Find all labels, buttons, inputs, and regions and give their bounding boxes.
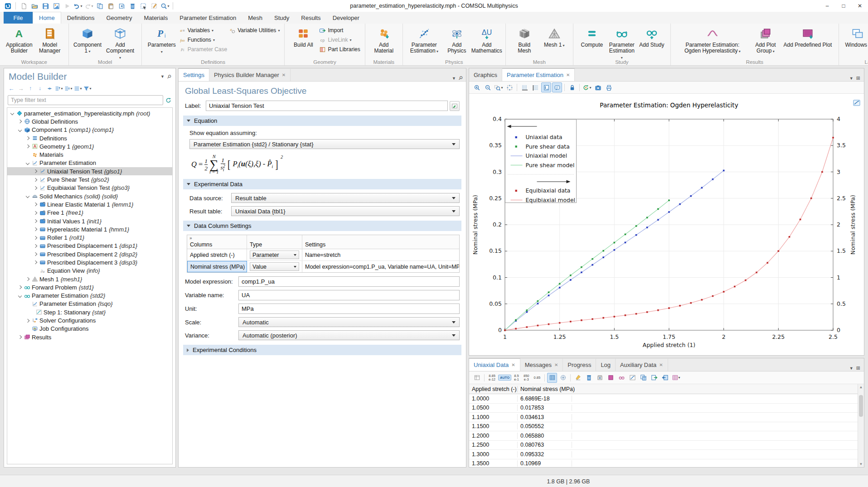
tree-node-solver-configurations[interactable]: Solver Configurations xyxy=(7,316,172,324)
tree-node-parameter-estimation[interactable]: Parameter Estimation{lsqo} xyxy=(7,300,172,308)
chevron-collapsed-icon[interactable] xyxy=(18,120,22,123)
tab-results[interactable]: Results xyxy=(295,12,326,24)
type-dropdown[interactable]: Value xyxy=(250,262,299,271)
move-down-button[interactable]: ↓ xyxy=(35,84,44,93)
minimize-button[interactable]: – xyxy=(819,0,835,12)
tree-node-step-1-stationary[interactable]: Step 1: Stationary{stat} xyxy=(7,308,172,316)
plot-properties-icon[interactable] xyxy=(853,99,860,106)
y-axis-grid-button[interactable] xyxy=(519,82,529,92)
tree-node-job-configurations[interactable]: Job Configurations xyxy=(7,325,172,333)
scientific-notation-button[interactable]: 8.5 e-1 xyxy=(512,373,521,382)
tab-parameter-estimation-plot[interactable]: Parameter Estimation✕ xyxy=(502,68,575,81)
parameters-button[interactable]: PiParameters ▾ xyxy=(146,25,178,56)
delete-button[interactable] xyxy=(127,1,137,10)
store-table-button[interactable] xyxy=(595,373,605,383)
equation-assumption-dropdown[interactable]: Parameter Estimation {std2} / Stationary… xyxy=(189,139,460,149)
filter-input[interactable] xyxy=(8,95,163,105)
tree-node-parameter-estimation[interactable]: Parameter Estimation{std2} xyxy=(7,292,172,300)
tree-node-equibiaxial-tension-test[interactable]: Equibiaxial Tension Test{glso3} xyxy=(7,184,172,192)
chevron-collapsed-icon[interactable] xyxy=(34,219,37,223)
import-table-button[interactable] xyxy=(660,373,670,383)
table-options-button[interactable]: ▾ xyxy=(671,373,681,383)
tab-log[interactable]: Log xyxy=(596,359,616,371)
full-precision-button[interactable]: 8.85 e-12 xyxy=(487,373,497,382)
tab-geometry[interactable]: Geometry xyxy=(100,12,138,24)
chevron-down-icon[interactable]: ▼ xyxy=(849,366,853,371)
column-header[interactable]: Columns xyxy=(187,235,247,249)
parameter-estimation-ogden-hyperelasticity-button[interactable]: Parameter Estimation: Ogden Hyperelastic… xyxy=(675,25,750,55)
print-button[interactable] xyxy=(604,82,614,92)
build-mesh-button[interactable]: Build Mesh xyxy=(510,25,539,55)
draw-select-button[interactable] xyxy=(149,1,159,10)
close-icon[interactable]: ✕ xyxy=(554,362,558,367)
table-surface-button[interactable] xyxy=(547,373,557,383)
table-row[interactable]: 1.10000.034613 xyxy=(469,413,864,422)
add-plot-group-button[interactable]: Add Plot Group ▾ xyxy=(751,25,780,55)
save-button[interactable] xyxy=(40,1,50,10)
paste-button[interactable] xyxy=(106,1,116,10)
tab-auxiliary-data[interactable]: Auxiliary Data✕ xyxy=(616,359,668,371)
tree-node-free-1[interactable]: DFree 1{free1} xyxy=(7,209,172,217)
vertical-scrollbar[interactable]: ▲ ▼ xyxy=(858,384,864,467)
compute-button[interactable]: Compute xyxy=(577,25,606,49)
model-expression-input[interactable] xyxy=(238,276,460,287)
functions-button[interactable]: fooFunctions▾ xyxy=(179,36,227,44)
chevron-collapsed-icon[interactable] xyxy=(34,227,37,231)
color-cells-button[interactable] xyxy=(606,373,616,383)
chevron-collapsed-icon[interactable] xyxy=(34,244,37,248)
lock-axes-button[interactable] xyxy=(567,82,577,92)
data-source-dropdown[interactable]: Result table xyxy=(231,193,460,203)
tab-physics-builder-manager[interactable]: Physics Builder Manager✕ xyxy=(209,69,291,81)
parameter-estimation-plot[interactable]: 11.251.51.7522.252.500.050.10.150.20.250… xyxy=(469,94,863,355)
tab-uniaxial-data[interactable]: Uniaxial Data✕ xyxy=(469,358,520,371)
update-plot-button[interactable]: ▾ xyxy=(582,82,592,92)
scale-dropdown[interactable]: Automatic xyxy=(238,317,460,327)
tree-node-materials[interactable]: Materials xyxy=(7,150,172,159)
mesh-1-button[interactable]: Mesh 1 ▾ xyxy=(540,25,569,49)
tree-node-prescribed-displacement-1[interactable]: Prescribed Displacement 1{disp1} xyxy=(7,242,172,250)
zoom-out-button[interactable] xyxy=(483,82,493,92)
chevron-collapsed-icon[interactable] xyxy=(34,186,37,190)
export-image-button[interactable] xyxy=(51,1,61,10)
add-mathematics-button[interactable]: ΔUAdd Mathematics xyxy=(472,25,501,55)
close-icon[interactable]: ✕ xyxy=(566,72,570,77)
back-button[interactable]: ← xyxy=(7,84,16,93)
chevron-collapsed-icon[interactable] xyxy=(34,178,37,181)
variables-button[interactable]: a=Variables▾ xyxy=(179,26,227,34)
column-header[interactable]: Type xyxy=(247,235,302,249)
table-row[interactable]: 1.15000.050552 xyxy=(469,422,864,432)
section-experimental-conditions[interactable]: Experimental Conditions xyxy=(183,345,461,355)
pin-icon[interactable]: ⚲ xyxy=(457,75,464,82)
engineering-notation-button[interactable]: 850 e-3 xyxy=(522,373,531,382)
tab-study[interactable]: Study xyxy=(268,12,295,24)
unit-input[interactable] xyxy=(238,304,460,314)
zoom-extents-button[interactable] xyxy=(504,82,514,92)
tree-node-uniaxial-tension-test[interactable]: Uniaxial Tension Test{glso1} xyxy=(7,167,172,175)
chevron-expanded-icon[interactable] xyxy=(26,161,29,165)
chevron-down-icon[interactable]: ▼ xyxy=(452,76,456,81)
tree-node-linear-elastic-material-1[interactable]: DLinear Elastic Material 1{lemm1} xyxy=(7,200,172,208)
update-table-button[interactable] xyxy=(472,373,482,383)
tree-node-hyperelastic-material-1[interactable]: Hyperelastic Material 1{hmm1} xyxy=(7,225,172,233)
chevron-collapsed-icon[interactable] xyxy=(26,136,29,140)
add-component-button[interactable]: Add Component ▾ xyxy=(103,25,137,62)
tree-node-global-definitions[interactable]: Global Definitions xyxy=(7,117,172,125)
tab-settings[interactable]: Settings xyxy=(179,68,209,81)
undo-button[interactable]: ▾ xyxy=(73,1,83,10)
chevron-collapsed-icon[interactable] xyxy=(34,211,37,214)
tree-node-prescribed-displacement-2[interactable]: Prescribed Displacement 2{disp2} xyxy=(7,250,172,258)
table-row[interactable]: 1.35000.10969 xyxy=(469,459,864,468)
result-table-dropdown[interactable]: Uniaxial Data {tbl1} xyxy=(231,206,460,216)
chevron-expanded-icon[interactable] xyxy=(18,128,22,131)
first-axis-toggle-button[interactable] xyxy=(541,82,551,92)
add-study-button[interactable]: Add Study xyxy=(637,25,666,49)
chevron-collapsed-icon[interactable] xyxy=(34,169,37,173)
tab-parameter-estimation[interactable]: Parameter Estimation xyxy=(174,12,242,24)
variance-dropdown[interactable]: Automatic (posterior) xyxy=(238,330,460,340)
chevron-expanded-icon[interactable] xyxy=(10,111,14,115)
plot-area[interactable]: 11.251.51.7522.252.500.050.10.150.20.250… xyxy=(469,94,864,355)
part-libraries-button[interactable]: Part Libraries xyxy=(319,45,360,53)
chevron-collapsed-icon[interactable] xyxy=(18,335,22,339)
tab-mesh[interactable]: Mesh xyxy=(242,12,268,24)
tree-node-initial-values-1[interactable]: DInitial Values 1{init1} xyxy=(7,217,172,225)
